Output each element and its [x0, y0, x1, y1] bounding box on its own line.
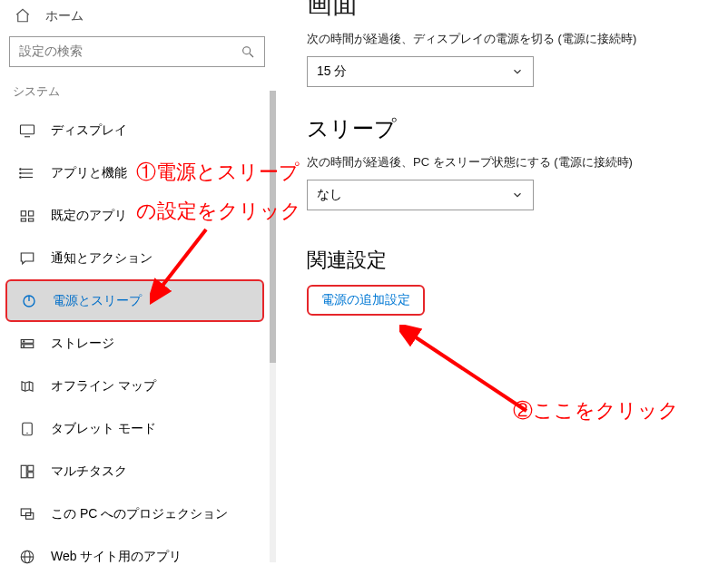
heading-screen: 画面 [307, 0, 715, 22]
sleep-label: 次の時間が経過後、PC をスリープ状態にする (電源に接続時) [307, 154, 715, 171]
sidebar-item-projection[interactable]: この PC へのプロジェクション [9, 492, 272, 535]
svg-point-8 [20, 172, 22, 174]
projection-icon [18, 505, 36, 523]
dropdown-value: なし [317, 187, 342, 203]
svg-rect-26 [28, 472, 34, 477]
sidebar-item-label: ディスプレイ [51, 122, 127, 139]
tablet-icon [18, 420, 36, 438]
sidebar-item-label: この PC へのプロジェクション [51, 506, 228, 522]
sidebar-item-multitask[interactable]: マルチタスク [9, 450, 272, 492]
sidebar-item-label: マルチタスク [51, 463, 127, 480]
chevron-down-icon [511, 65, 524, 78]
monitor-icon [18, 122, 36, 140]
additional-power-settings-link[interactable]: 電源の追加設定 [307, 285, 425, 316]
main-content: 画面 次の時間が経過後、ディスプレイの電源を切る (電源に接続時) 15 分 ス… [272, 0, 728, 585]
globe-icon [18, 548, 36, 566]
svg-point-18 [24, 340, 25, 341]
svg-rect-11 [29, 210, 34, 215]
sidebar-item-storage[interactable]: ストレージ [9, 322, 272, 365]
nav-list: ディスプレイ アプリと機能 既定のアプリ [9, 109, 272, 578]
sidebar-item-offline-maps[interactable]: オフライン マップ [9, 365, 272, 407]
sidebar-item-label: ストレージ [51, 336, 114, 352]
svg-rect-24 [21, 465, 26, 478]
sidebar-item-label: 通知とアクション [51, 250, 152, 267]
heading-related: 関連設定 [307, 247, 715, 274]
sidebar-item-display[interactable]: ディスプレイ [9, 109, 272, 151]
svg-point-19 [24, 346, 25, 346]
link-text: 電源の追加設定 [321, 292, 410, 307]
svg-rect-13 [29, 219, 34, 221]
chat-icon [18, 249, 36, 268]
search-input[interactable]: 設定の検索 [9, 36, 265, 67]
heading-sleep: スリープ [307, 114, 715, 143]
multitask-icon [18, 463, 36, 481]
storage-icon [18, 335, 36, 353]
sidebar-item-notifications[interactable]: 通知とアクション [9, 237, 272, 279]
dropdown-value: 15 分 [317, 63, 347, 80]
svg-rect-10 [21, 210, 25, 215]
svg-point-0 [243, 47, 251, 54]
map-icon [18, 377, 36, 395]
sidebar-item-tablet-mode[interactable]: タブレット モード [9, 407, 272, 450]
sleep-dropdown[interactable]: なし [307, 180, 534, 210]
search-icon [241, 44, 255, 59]
sidebar-item-label: アプリと機能 [51, 165, 127, 181]
sidebar-item-power-sleep[interactable]: 電源とスリープ [5, 279, 264, 322]
svg-point-9 [20, 176, 22, 178]
sidebar-item-label: 既定のアプリ [51, 208, 127, 224]
svg-rect-25 [28, 465, 34, 471]
svg-rect-12 [21, 219, 25, 221]
sidebar-item-label: 電源とスリープ [53, 293, 142, 309]
sidebar-item-label: オフライン マップ [51, 378, 156, 395]
chevron-down-icon [511, 189, 524, 201]
home-icon [15, 7, 33, 25]
home-label: ホーム [45, 8, 84, 24]
sidebar-home[interactable]: ホーム [9, 7, 272, 33]
svg-point-7 [20, 168, 22, 170]
section-label: システム [9, 80, 272, 109]
sidebar-item-label: タブレット モード [51, 421, 156, 437]
sidebar: ホーム 設定の検索 システム ディスプレイ [0, 0, 272, 585]
sidebar-item-web-apps[interactable]: Web サイト用のアプリ [9, 535, 272, 578]
search-placeholder: 設定の検索 [19, 44, 83, 60]
sidebar-item-apps[interactable]: アプリと機能 [9, 151, 272, 194]
sidebar-item-default-apps[interactable]: 既定のアプリ [9, 194, 272, 237]
display-off-label: 次の時間が経過後、ディスプレイの電源を切る (電源に接続時) [307, 31, 715, 47]
defaults-icon [18, 207, 36, 225]
svg-line-1 [250, 54, 253, 57]
list-icon [18, 164, 36, 182]
power-icon [20, 292, 38, 310]
display-off-dropdown[interactable]: 15 分 [307, 56, 534, 87]
svg-rect-2 [21, 125, 34, 134]
sidebar-item-label: Web サイト用のアプリ [51, 549, 182, 565]
